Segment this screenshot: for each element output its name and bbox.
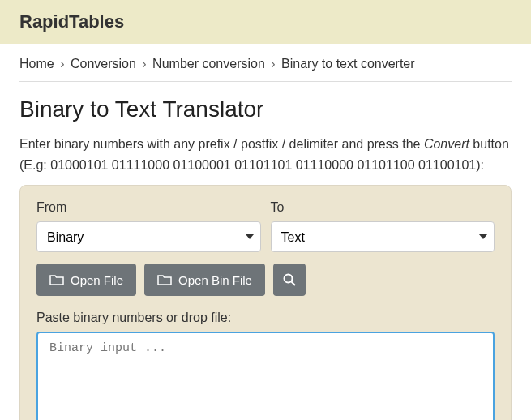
intro-before: Enter binary numbers with any prefix / p… bbox=[19, 137, 424, 151]
button-row: Open File Open Bin File bbox=[36, 264, 495, 296]
open-file-label: Open File bbox=[71, 273, 123, 287]
binary-input-textarea[interactable] bbox=[36, 332, 495, 420]
intro-text: Enter binary numbers with any prefix / p… bbox=[19, 134, 512, 175]
page-content: Home › Conversion › Number conversion › … bbox=[0, 44, 531, 420]
to-col: To Text bbox=[271, 200, 495, 252]
open-file-button[interactable]: Open File bbox=[36, 264, 136, 296]
breadcrumb-current: Binary to text converter bbox=[281, 57, 415, 71]
search-button[interactable] bbox=[273, 264, 306, 296]
svg-line-1 bbox=[291, 282, 295, 286]
page-title: Binary to Text Translator bbox=[19, 96, 512, 122]
site-header: RapidTables bbox=[0, 0, 531, 44]
breadcrumb-sep: › bbox=[271, 57, 275, 71]
breadcrumb-conversion[interactable]: Conversion bbox=[71, 57, 136, 71]
from-select[interactable]: Binary bbox=[36, 221, 261, 252]
intro-em: Convert bbox=[424, 137, 469, 151]
folder-icon bbox=[157, 274, 172, 285]
from-label: From bbox=[36, 200, 261, 215]
breadcrumb: Home › Conversion › Number conversion › … bbox=[19, 44, 512, 82]
to-label: To bbox=[271, 200, 495, 215]
to-select[interactable]: Text bbox=[271, 221, 495, 252]
breadcrumb-home[interactable]: Home bbox=[19, 57, 54, 71]
converter-panel: From Binary To Text Open File Open Bin F… bbox=[19, 185, 512, 420]
breadcrumb-number-conversion[interactable]: Number conversion bbox=[152, 57, 265, 71]
folder-icon bbox=[49, 274, 64, 285]
breadcrumb-sep: › bbox=[60, 57, 64, 71]
open-bin-label: Open Bin File bbox=[178, 273, 252, 287]
search-icon bbox=[283, 273, 296, 286]
svg-point-0 bbox=[284, 275, 292, 283]
from-to-row: From Binary To Text bbox=[36, 200, 495, 252]
from-col: From Binary bbox=[36, 200, 261, 252]
breadcrumb-sep: › bbox=[142, 57, 146, 71]
open-bin-file-button[interactable]: Open Bin File bbox=[144, 264, 265, 296]
site-title: RapidTables bbox=[19, 11, 512, 32]
paste-label: Paste binary numbers or drop file: bbox=[36, 311, 495, 325]
